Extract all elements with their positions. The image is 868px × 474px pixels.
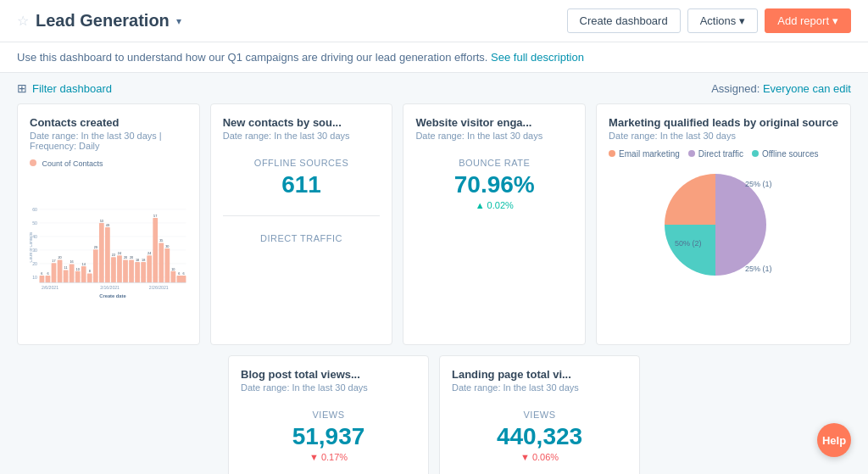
bounce-rate-value: 70.96% xyxy=(415,171,573,198)
up-arrow-icon: ▲ xyxy=(476,200,485,210)
create-dashboard-button[interactable]: Create dashboard xyxy=(567,8,681,33)
svg-text:22: 22 xyxy=(112,254,115,257)
svg-rect-55 xyxy=(164,248,170,282)
landing-page-views-card: Landing page total vi... Date range: In … xyxy=(439,355,640,474)
help-button[interactable]: Help xyxy=(817,423,851,457)
assigned-area: Assigned: Everyone can edit xyxy=(711,82,851,95)
svg-text:18: 18 xyxy=(142,259,145,262)
svg-text:49: 49 xyxy=(106,224,109,227)
svg-text:29: 29 xyxy=(94,246,97,249)
landing-page-subtitle: Date range: In the last 30 days xyxy=(452,382,627,393)
contacts-created-card: Contacts created Date range: In the last… xyxy=(17,103,200,345)
actions-dropdown-icon: ▾ xyxy=(739,14,745,27)
svg-rect-47 xyxy=(141,262,146,282)
legend-direct: Direct traffic xyxy=(688,149,743,159)
description-bar: Use this dashboard to understand how our… xyxy=(0,42,868,73)
svg-text:20: 20 xyxy=(130,256,133,259)
svg-text:35: 35 xyxy=(159,239,163,243)
star-icon[interactable]: ☆ xyxy=(17,13,29,29)
pie-legend: Email marketing Direct traffic Offline s… xyxy=(609,149,838,159)
dashboard-title: Lead Generation xyxy=(36,11,170,31)
svg-text:10: 10 xyxy=(76,268,80,271)
down-arrow-icon: ▼ xyxy=(309,452,319,462)
title-area: ☆ Lead Generation ▾ xyxy=(17,11,181,31)
blog-post-title: Blog post total views... xyxy=(241,368,416,381)
landing-page-title: Landing page total vi... xyxy=(452,368,627,381)
landing-views-label: VIEWS xyxy=(452,410,627,420)
svg-rect-37 xyxy=(111,257,116,282)
svg-rect-27 xyxy=(81,266,86,282)
blog-post-views-card: Blog post total views... Date range: In … xyxy=(228,355,429,474)
website-visitor-card: Website visitor enga... Date range: In t… xyxy=(403,103,586,345)
svg-text:6: 6 xyxy=(182,272,184,276)
svg-rect-21 xyxy=(64,270,69,283)
actions-button[interactable]: Actions ▾ xyxy=(687,8,759,33)
svg-text:50: 50 xyxy=(32,220,37,226)
svg-rect-45 xyxy=(135,262,140,282)
offline-sources-label: OFFLINE SOURCES xyxy=(223,158,381,168)
filter-bar: ⊞ Filter dashboard Assigned: Everyone ca… xyxy=(0,73,868,103)
svg-rect-25 xyxy=(75,271,81,282)
landing-views-value: 440,323 xyxy=(452,423,627,450)
mql-subtitle: Date range: In the last 30 days xyxy=(609,131,838,141)
svg-text:50% (2): 50% (2) xyxy=(675,239,702,248)
svg-text:17: 17 xyxy=(52,259,55,263)
svg-text:20: 20 xyxy=(124,256,127,259)
offline-sources-value: 611 xyxy=(223,171,381,198)
add-report-dropdown-icon: ▾ xyxy=(832,14,838,27)
svg-text:2/6/2021: 2/6/2021 xyxy=(42,285,58,290)
add-report-button[interactable]: Add report ▾ xyxy=(765,8,851,33)
svg-rect-49 xyxy=(147,255,152,282)
svg-text:30: 30 xyxy=(165,245,169,248)
blog-post-subtitle: Date range: In the last 30 days xyxy=(241,382,416,393)
see-full-description-link[interactable]: See full description xyxy=(491,51,584,64)
svg-text:8: 8 xyxy=(89,270,91,273)
spacer2 xyxy=(650,355,851,474)
bounce-rate-change: ▲ 0.02% xyxy=(415,200,573,210)
new-contacts-subtitle: Date range: In the last 30 days xyxy=(223,131,381,141)
svg-rect-35 xyxy=(105,227,110,282)
svg-text:25% (1): 25% (1) xyxy=(745,180,772,188)
down-arrow-icon-2: ▼ xyxy=(520,452,530,462)
svg-text:25% (1): 25% (1) xyxy=(745,265,772,273)
blog-views-change: ▼ 0.17% xyxy=(241,452,416,462)
pie-chart-svg: 25% (1) 50% (2) 25% (1) xyxy=(656,161,792,293)
filter-dashboard-button[interactable]: ⊞ Filter dashboard xyxy=(17,81,112,95)
svg-text:6: 6 xyxy=(41,272,42,276)
svg-rect-43 xyxy=(129,259,134,282)
svg-text:Count of Contacts: Count of Contacts xyxy=(30,231,33,263)
contacts-legend: Count of Contacts xyxy=(30,159,187,168)
landing-views-change: ▼ 0.06% xyxy=(452,452,627,462)
svg-rect-39 xyxy=(117,255,122,282)
svg-text:57: 57 xyxy=(153,215,157,218)
svg-text:24: 24 xyxy=(147,252,152,255)
landing-views-section: VIEWS 440,323 ▼ 0.06% xyxy=(452,401,627,471)
pie-chart: 25% (1) 50% (2) 25% (1) xyxy=(609,159,838,294)
spacer xyxy=(17,355,218,474)
svg-text:2/16/2021: 2/16/2021 xyxy=(100,285,120,290)
new-contacts-title: New contacts by sou... xyxy=(223,116,381,129)
mql-by-source-card: Marketing qualified leads by original so… xyxy=(596,103,851,345)
svg-rect-13 xyxy=(40,276,45,282)
legend-dot xyxy=(30,159,36,166)
offline-sources-section: OFFLINE SOURCES 611 xyxy=(223,149,381,207)
svg-text:18: 18 xyxy=(136,259,139,262)
svg-rect-29 xyxy=(87,273,92,282)
filter-grid-icon: ⊞ xyxy=(17,81,27,95)
bar-chart-svg: 60 50 40 30 20 10 Count of Contacts xyxy=(30,173,187,330)
metric-divider xyxy=(223,215,381,216)
svg-text:10: 10 xyxy=(32,275,37,280)
header-actions: Create dashboard Actions ▾ Add report ▾ xyxy=(567,8,851,33)
website-visitor-subtitle: Date range: In the last 30 days xyxy=(415,131,573,141)
svg-rect-57 xyxy=(170,271,175,282)
bar-chart-wrapper: 60 50 40 30 20 10 Count of Contacts xyxy=(30,173,187,332)
svg-text:6: 6 xyxy=(47,272,48,276)
direct-traffic-label: DIRECT TRAFFIC xyxy=(223,233,381,243)
second-row: Blog post total views... Date range: In … xyxy=(17,355,851,474)
svg-text:53: 53 xyxy=(100,220,103,223)
title-dropdown-icon[interactable]: ▾ xyxy=(176,15,181,27)
svg-text:10: 10 xyxy=(171,268,175,271)
bounce-rate-label: BOUNCE RATE xyxy=(415,158,573,168)
description-text: Use this dashboard to understand how our… xyxy=(17,51,487,64)
svg-rect-15 xyxy=(46,276,51,282)
